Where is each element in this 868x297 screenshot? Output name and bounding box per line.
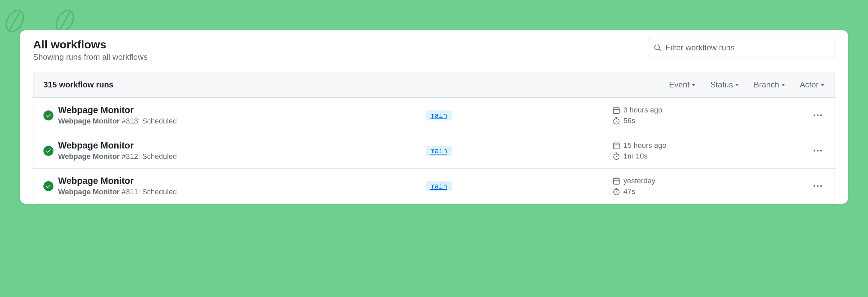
run-title-link[interactable]: Webpage Monitor [58,140,426,151]
run-trigger: Scheduled [142,152,177,161]
title-block: All workflows Showing runs from all work… [33,38,148,62]
caret-down-icon [735,84,739,86]
page-title: All workflows [33,38,148,51]
search-icon [654,44,661,52]
run-time-ago: yesterday [623,176,655,185]
title-cell: Webpage Monitor Webpage Monitor #313: Sc… [58,105,426,126]
run-count: 315 workflow runs [43,80,113,90]
run-duration: 56s [623,117,635,125]
status-success-icon [43,181,54,191]
stopwatch-icon [613,188,620,195]
branch-chip[interactable]: main [426,110,452,121]
stopwatch-icon [613,117,620,125]
branch-cell: main [426,146,613,156]
branch-cell: main [426,181,613,191]
workflows-panel: All workflows Showing runs from all work… [20,30,848,204]
filter-branch-label: Branch [754,80,779,90]
filter-actor-label: Actor [800,80,818,90]
run-number: #311: [122,188,142,196]
calendar-icon [613,142,620,149]
stopwatch-icon [613,153,620,160]
status-cell [43,146,58,156]
run-duration: 47s [623,187,635,196]
table-header: 315 workflow runs Event Status Branch Ac… [33,72,835,98]
run-title-link[interactable]: Webpage Monitor [58,176,426,186]
filter-event[interactable]: Event [669,80,695,90]
row-actions-button[interactable] [811,112,825,119]
panel-header: All workflows Showing runs from all work… [20,38,848,72]
caret-down-icon [781,84,785,86]
menu-cell [726,112,825,119]
status-success-icon [43,110,54,121]
page-subtitle: Showing runs from all workflows [33,53,148,62]
run-subtitle: Webpage Monitor #313: Scheduled [58,117,426,126]
calendar-icon [613,177,620,185]
branch-chip[interactable]: main [426,146,452,156]
run-trigger: Scheduled [142,188,177,196]
title-cell: Webpage Monitor Webpage Monitor #311: Sc… [58,176,426,196]
row-actions-button[interactable] [811,183,825,190]
filter-event-label: Event [669,80,690,90]
menu-cell [726,183,825,190]
status-cell [43,181,58,191]
branch-cell: main [426,110,613,121]
runs-table: 315 workflow runs Event Status Branch Ac… [33,72,835,204]
row-actions-button[interactable] [811,147,825,154]
branch-chip[interactable]: main [426,181,452,191]
run-number: #312: [122,152,142,161]
filter-status-label: Status [710,80,733,90]
time-cell: 3 hours ago 56s [613,106,726,125]
workflow-name: Webpage Monitor [58,152,120,161]
search-input[interactable] [648,38,835,57]
caret-down-icon [820,84,825,86]
run-trigger: Scheduled [142,117,177,125]
run-number: #313: [122,117,142,125]
kebab-icon [813,185,822,187]
search-wrap [648,38,835,57]
kebab-icon [813,114,822,116]
table-row: Webpage Monitor Webpage Monitor #311: Sc… [33,168,835,204]
filter-status[interactable]: Status [710,80,739,90]
filter-branch[interactable]: Branch [754,80,785,90]
menu-cell [726,147,825,154]
run-time-ago: 15 hours ago [623,141,666,150]
filter-actor[interactable]: Actor [800,80,825,90]
caret-down-icon [691,84,695,86]
run-duration: 1m 10s [623,152,648,161]
workflow-name: Webpage Monitor [58,188,120,196]
calendar-icon [613,106,620,114]
run-title-link[interactable]: Webpage Monitor [58,105,426,116]
title-cell: Webpage Monitor Webpage Monitor #312: Sc… [58,140,426,161]
time-cell: yesterday 47s [613,176,726,196]
table-row: Webpage Monitor Webpage Monitor #313: Sc… [33,98,835,133]
run-subtitle: Webpage Monitor #312: Scheduled [58,152,426,161]
run-time-ago: 3 hours ago [623,106,662,114]
time-cell: 15 hours ago 1m 10s [613,141,726,161]
kebab-icon [813,150,822,152]
run-subtitle: Webpage Monitor #311: Scheduled [58,188,426,196]
status-success-icon [43,146,54,156]
workflow-name: Webpage Monitor [58,117,120,125]
status-cell [43,110,58,121]
table-row: Webpage Monitor Webpage Monitor #312: Sc… [33,133,835,168]
filter-group: Event Status Branch Actor [669,80,825,90]
